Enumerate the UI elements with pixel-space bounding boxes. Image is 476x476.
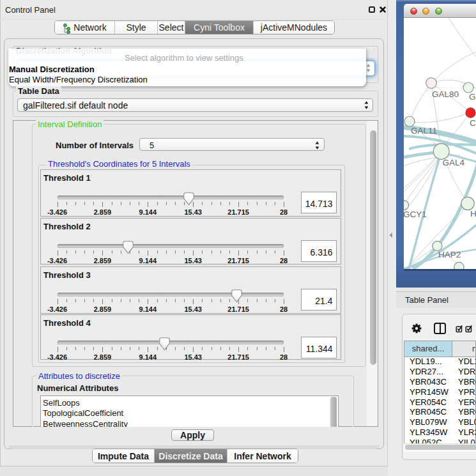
svg-text:H: H	[470, 209, 476, 219]
svg-text:HAP2: HAP2	[438, 250, 461, 259]
svg-text:GA: GA	[469, 92, 476, 102]
svg-text:GCY1: GCY1	[404, 210, 427, 219]
svg-text:GAL80: GAL80	[432, 89, 459, 99]
svg-text:GAL4: GAL4	[443, 158, 465, 167]
svg-text:C: C	[470, 118, 476, 128]
svg-text:GAL11: GAL11	[411, 126, 437, 135]
